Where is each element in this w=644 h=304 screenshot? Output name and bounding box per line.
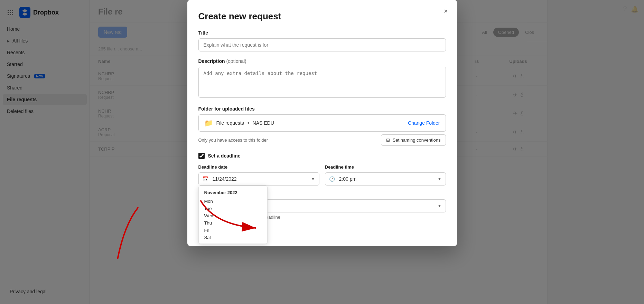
- deadline-date-col: Deadline date 📅 11/24/2022 ▼ November 20…: [198, 164, 319, 186]
- optional-text: (optional): [226, 58, 246, 64]
- deadline-time-select[interactable]: 2:00 pm: [325, 172, 446, 186]
- folder-box: 📁 File requests • NAS EDU Change Folder: [198, 114, 446, 132]
- description-label: Description (optional): [198, 58, 446, 64]
- deadline-date-label: Deadline date: [198, 164, 319, 170]
- title-field-group: Title: [198, 30, 446, 51]
- calendar-day-thu[interactable]: Thu: [202, 220, 264, 226]
- title-label: Title: [198, 30, 446, 36]
- deadline-label: Set a deadline: [208, 153, 241, 159]
- folder-icon: 📁: [204, 119, 213, 127]
- calendar-month: November 2022: [202, 189, 264, 197]
- deadline-time-label: Deadline time: [325, 164, 446, 170]
- folder-separator: •: [248, 120, 249, 126]
- calendar-day-sat[interactable]: Sat: [202, 234, 264, 241]
- create-request-modal: × Create new request Title Description (…: [187, 0, 457, 246]
- deadline-time-wrapper: 🕐 2:00 pm ▼: [325, 172, 446, 186]
- folder-access-note: Only you have access to this folder: [198, 137, 268, 143]
- calendar-day-wed[interactable]: Wed: [202, 212, 264, 219]
- calendar-days: Mon Tue Wed Thu Fri Sat: [202, 198, 264, 241]
- description-field-group: Description (optional): [198, 58, 446, 99]
- folder-name: File requests: [216, 120, 244, 126]
- calendar-dropdown: November 2022 Mon Tue Wed Thu Fri Sat: [198, 186, 268, 244]
- modal-close-button[interactable]: ×: [440, 6, 451, 17]
- modal-title: Create new request: [198, 11, 446, 22]
- modal-overlay: × Create new request Title Description (…: [0, 0, 644, 304]
- deadline-row: Deadline date 📅 11/24/2022 ▼ November 20…: [198, 164, 446, 186]
- calendar-day-tue[interactable]: Tue: [202, 205, 264, 212]
- naming-btn-label: Set naming conventions: [393, 137, 441, 143]
- folder-note-row: Only you have access to this folder ⊞ Se…: [198, 134, 446, 146]
- calendar-day-mon[interactable]: Mon: [202, 198, 264, 205]
- deadline-time-col: Deadline time 🕐 2:00 pm ▼: [325, 164, 446, 186]
- deadline-date-wrapper: 📅 11/24/2022 ▼ November 2022 Mon Tue Wed…: [198, 172, 319, 186]
- folder-label: Folder for uploaded files: [198, 106, 446, 112]
- deadline-checkbox[interactable]: [198, 153, 205, 159]
- naming-conventions-button[interactable]: ⊞ Set naming conventions: [381, 134, 446, 146]
- deadline-checkbox-row: Set a deadline: [198, 153, 446, 159]
- folder-info: 📁 File requests • NAS EDU: [204, 119, 274, 127]
- calendar-day-fri[interactable]: Fri: [202, 227, 264, 234]
- deadline-date-select[interactable]: 11/24/2022: [198, 172, 319, 186]
- title-input[interactable]: [198, 38, 446, 51]
- description-textarea[interactable]: [198, 67, 446, 98]
- folder-sub: NAS EDU: [253, 120, 274, 126]
- folder-section: Folder for uploaded files 📁 File request…: [198, 106, 446, 146]
- change-folder-button[interactable]: Change Folder: [408, 120, 440, 126]
- naming-icon: ⊞: [386, 137, 390, 143]
